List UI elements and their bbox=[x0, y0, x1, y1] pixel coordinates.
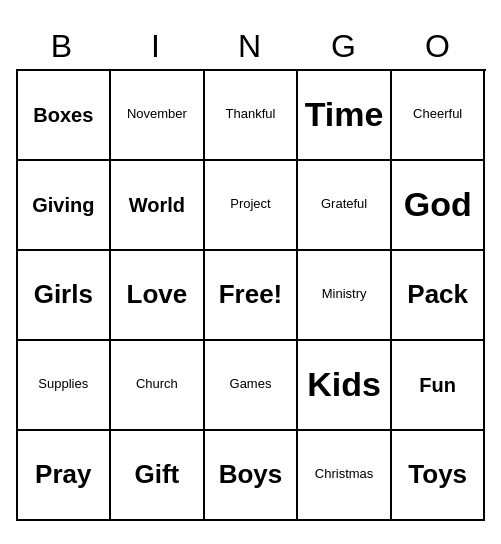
cell-text-r4-c1: Gift bbox=[135, 460, 180, 489]
cell-r2-c0: Girls bbox=[18, 251, 112, 341]
cell-text-r1-c1: World bbox=[129, 194, 185, 216]
cell-text-r2-c1: Love bbox=[127, 280, 188, 309]
cell-r4-c3: Christmas bbox=[298, 431, 392, 521]
cell-text-r4-c3: Christmas bbox=[315, 467, 374, 481]
cell-text-r0-c0: Boxes bbox=[33, 104, 93, 126]
cell-text-r2-c0: Girls bbox=[34, 280, 93, 309]
cell-r1-c0: Giving bbox=[18, 161, 112, 251]
cell-text-r3-c1: Church bbox=[136, 377, 178, 391]
cell-text-r3-c4: Fun bbox=[419, 374, 456, 396]
cell-r3-c2: Games bbox=[205, 341, 299, 431]
cell-r4-c4: Toys bbox=[392, 431, 486, 521]
cell-r2-c4: Pack bbox=[392, 251, 486, 341]
cell-text-r1-c2: Project bbox=[230, 197, 270, 211]
cell-text-r3-c3: Kids bbox=[307, 366, 381, 403]
header-letter-N: N bbox=[204, 24, 298, 69]
cell-text-r3-c2: Games bbox=[230, 377, 272, 391]
cell-text-r1-c3: Grateful bbox=[321, 197, 367, 211]
cell-r3-c1: Church bbox=[111, 341, 205, 431]
cell-text-r0-c2: Thankful bbox=[226, 107, 276, 121]
cell-r0-c2: Thankful bbox=[205, 71, 299, 161]
cell-text-r4-c2: Boys bbox=[219, 460, 283, 489]
cell-r2-c3: Ministry bbox=[298, 251, 392, 341]
cell-text-r2-c2: Free! bbox=[219, 280, 283, 309]
cell-r1-c2: Project bbox=[205, 161, 299, 251]
cell-r0-c0: Boxes bbox=[18, 71, 112, 161]
header-letter-G: G bbox=[298, 24, 392, 69]
cell-text-r1-c0: Giving bbox=[32, 194, 94, 216]
cell-text-r0-c3: Time bbox=[305, 96, 384, 133]
cell-r0-c3: Time bbox=[298, 71, 392, 161]
cell-r2-c2: Free! bbox=[205, 251, 299, 341]
header-letter-B: B bbox=[16, 24, 110, 69]
header-letter-I: I bbox=[110, 24, 204, 69]
cell-r2-c1: Love bbox=[111, 251, 205, 341]
bingo-grid: BoxesNovemberThankfulTimeCheerfulGivingW… bbox=[16, 69, 486, 521]
cell-text-r1-c4: God bbox=[404, 186, 472, 223]
cell-text-r4-c0: Pray bbox=[35, 460, 91, 489]
cell-r3-c0: Supplies bbox=[18, 341, 112, 431]
cell-text-r2-c3: Ministry bbox=[322, 287, 367, 301]
cell-r4-c0: Pray bbox=[18, 431, 112, 521]
cell-r3-c4: Fun bbox=[392, 341, 486, 431]
cell-r0-c1: November bbox=[111, 71, 205, 161]
cell-r1-c4: God bbox=[392, 161, 486, 251]
bingo-header: BINGO bbox=[16, 24, 486, 69]
cell-r4-c2: Boys bbox=[205, 431, 299, 521]
cell-r0-c4: Cheerful bbox=[392, 71, 486, 161]
bingo-card: BINGO BoxesNovemberThankfulTimeCheerfulG… bbox=[16, 24, 486, 521]
cell-text-r0-c4: Cheerful bbox=[413, 107, 462, 121]
cell-text-r0-c1: November bbox=[127, 107, 187, 121]
cell-text-r2-c4: Pack bbox=[407, 280, 468, 309]
cell-text-r3-c0: Supplies bbox=[38, 377, 88, 391]
cell-r1-c3: Grateful bbox=[298, 161, 392, 251]
cell-text-r4-c4: Toys bbox=[408, 460, 467, 489]
cell-r1-c1: World bbox=[111, 161, 205, 251]
header-letter-O: O bbox=[392, 24, 486, 69]
cell-r4-c1: Gift bbox=[111, 431, 205, 521]
cell-r3-c3: Kids bbox=[298, 341, 392, 431]
